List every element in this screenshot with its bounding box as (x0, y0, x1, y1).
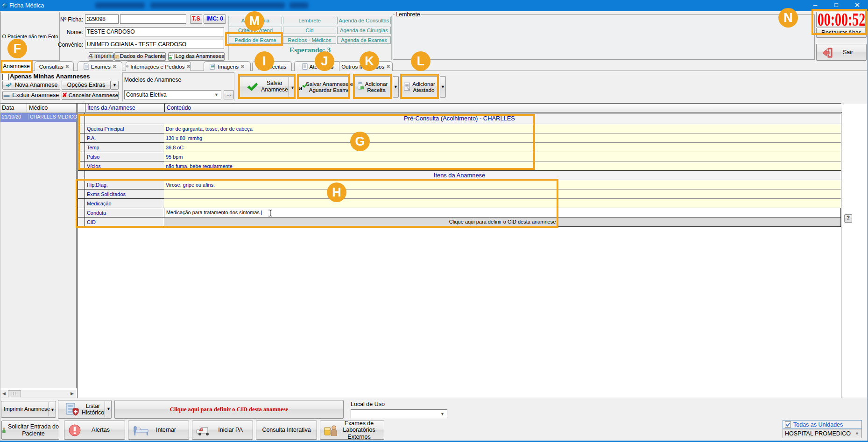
svg-text:LOG: LOG (169, 57, 173, 59)
svg-text:ACT: ACT (169, 54, 174, 56)
